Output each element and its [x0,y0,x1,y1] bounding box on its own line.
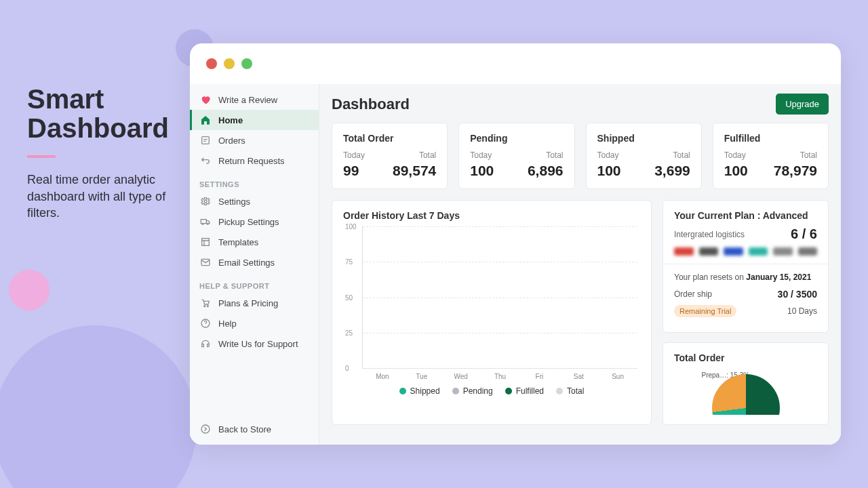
stat-card: Total OrderToday99Total89,574 [332,123,448,189]
window-titlebar [190,43,841,84]
return-icon [199,155,212,167]
main-content: Dashboard Upgrade Total OrderToday99Tota… [319,84,841,445]
template-icon [199,236,212,248]
svg-point-3 [202,223,203,224]
sidebar-item-email[interactable]: Email Settings [190,252,319,272]
stat-card: ShippedToday100Total3,699 [586,123,702,189]
svg-rect-2 [201,220,206,224]
sidebar-item-plans[interactable]: Plans & Pricing [190,293,319,313]
back-to-store-link[interactable]: Back to Store [190,419,319,439]
mail-icon [199,256,212,268]
plan-panel: Your Current Plan : Advanced Intergrated… [663,200,829,333]
stat-card: FulfilledToday100Total78,979 [713,123,829,189]
total-order-pie-panel: Total Order Prepa…: 15.3% [663,342,829,425]
carrier-logos [674,247,817,256]
sidebar-heading-settings: SETTINGS [190,171,319,191]
svg-point-4 [207,223,208,224]
close-icon[interactable] [206,58,217,69]
minimize-icon[interactable] [224,58,235,69]
sidebar-item-support[interactable]: Write Us for Support [190,333,319,354]
arrow-right-circle-icon [199,423,212,435]
hero-text: SmartDashboard Real time order analytic … [27,85,176,221]
page-title: Dashboard [332,96,410,113]
sidebar-item-returns[interactable]: Return Requests [190,150,319,171]
trial-days: 10 Days [787,306,817,316]
sidebar-item-settings[interactable]: Settings [190,191,319,211]
pie-title: Total Order [674,352,817,363]
sidebar-item-orders[interactable]: Orders [190,130,319,150]
sidebar-item-pickup[interactable]: Pickup Settings [190,211,319,232]
order-ship-value: 30 / 3500 [778,289,817,300]
heart-icon [199,94,212,106]
cart-icon [199,297,212,309]
chart-legend: Shipped Pending Fulfilled Total [343,386,640,396]
sidebar-item-help[interactable]: Help [190,313,319,333]
integrated-value: 6 / 6 [791,226,817,242]
truck-icon [199,216,212,228]
svg-point-7 [204,306,205,307]
headset-icon [199,338,212,350]
chart-title: Order History Last 7 Days [343,210,640,221]
sidebar: Write a Review Home Orders Return Reques… [190,84,319,445]
upgrade-button[interactable]: Upgrade [776,94,829,115]
integrated-label: Intergrated logistics [674,230,745,239]
order-history-panel: Order History Last 7 Days 0255075100MonT… [332,200,652,425]
svg-rect-5 [202,239,210,246]
maximize-icon[interactable] [241,58,252,69]
app-window: Write a Review Home Orders Return Reques… [190,43,841,445]
home-icon [199,114,212,126]
pie-chart: Prepa…: 15.3% [702,369,790,415]
sidebar-item-templates[interactable]: Templates [190,232,319,252]
stat-card: PendingToday100Total6,896 [458,123,574,189]
svg-point-1 [204,200,207,203]
svg-point-8 [207,306,208,307]
sidebar-heading-help: HELP & SUPPORT [190,272,319,293]
bar-chart: 0255075100MonTueWedThuFriSatSun [362,226,637,369]
gear-icon [199,195,212,207]
trial-badge: Remaining Trial [674,305,736,317]
svg-point-10 [201,425,210,433]
write-review-link[interactable]: Write a Review [190,89,319,110]
plan-reset-text: Your plan resets on January 15, 2021 [674,272,817,282]
sidebar-item-home[interactable]: Home [190,110,319,130]
orders-icon [199,134,212,146]
svg-rect-0 [202,137,210,144]
plan-title: Your Current Plan : Advanced [674,210,817,221]
order-ship-label: Order ship [674,289,712,299]
help-icon [199,317,212,329]
